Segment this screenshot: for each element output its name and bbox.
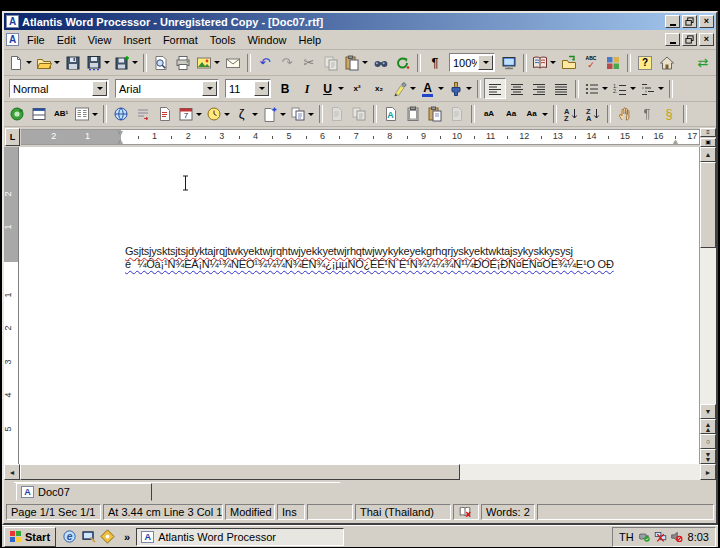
tray-language-indicator[interactable]: TH <box>619 531 634 543</box>
send-mail-button-dropdown-arrow[interactable] <box>212 52 221 73</box>
usb-tray-icon[interactable] <box>638 530 652 544</box>
restore-button[interactable] <box>682 15 697 28</box>
replace-button[interactable] <box>392 52 414 73</box>
paste-special-button[interactable] <box>424 104 446 125</box>
vertical-scroll-thumb[interactable] <box>700 162 716 248</box>
menu-tools[interactable]: Tools <box>204 32 242 48</box>
send-mail-button[interactable] <box>194 52 222 73</box>
start-button[interactable]: Start <box>4 527 56 547</box>
open-document-button[interactable] <box>34 52 62 73</box>
columns-button-dropdown-arrow[interactable] <box>90 104 99 125</box>
outline-numbering-button-dropdown-arrow[interactable] <box>656 78 665 99</box>
format-painter-button-dropdown-arrow[interactable] <box>464 78 473 99</box>
hanging-indent-marker[interactable]: ▲ <box>117 138 124 145</box>
menu-view[interactable]: View <box>82 32 118 48</box>
scroll-down-button[interactable]: ▼ <box>700 404 716 419</box>
horizontal-scroll-thumb[interactable] <box>20 464 460 480</box>
style-combo-dropdown[interactable] <box>92 81 107 96</box>
paragraph-options-button[interactable] <box>132 104 154 125</box>
insert-symbol-button[interactable]: ζ <box>232 104 260 125</box>
print-preview-button[interactable] <box>150 52 172 73</box>
menu-file[interactable]: File <box>21 32 51 48</box>
show-desktop-icon[interactable] <box>80 528 97 545</box>
bullets-button-dropdown-arrow[interactable] <box>600 78 609 99</box>
undo-button[interactable]: ↶ <box>254 52 276 73</box>
font-color-button-dropdown-arrow[interactable] <box>436 78 445 99</box>
copy-text-button[interactable]: A <box>380 104 402 125</box>
menu-insert[interactable]: Insert <box>117 32 157 48</box>
find-button[interactable] <box>370 52 392 73</box>
bullets-button[interactable] <box>582 78 610 99</box>
numbering-button-dropdown-arrow[interactable] <box>628 78 637 99</box>
align-right-button[interactable] <box>528 78 550 99</box>
outline-numbering-button[interactable] <box>638 78 666 99</box>
spelling-button[interactable]: ABC✓ <box>580 52 602 73</box>
zoom-combo-dropdown[interactable] <box>478 55 493 70</box>
minimize-button[interactable] <box>665 15 680 28</box>
footnote-button[interactable]: AB¹ <box>50 104 72 125</box>
horizontal-ruler[interactable]: 211234567891011121314151617▼▲▲ <box>21 129 700 145</box>
browse-object-button[interactable]: ○ <box>700 434 716 449</box>
next-page-button[interactable]: ▼▼ <box>700 449 716 464</box>
align-justify-button[interactable] <box>550 78 572 99</box>
ruler-option-button-2[interactable]: ▣ <box>700 138 716 147</box>
horizontal-scrollbar[interactable]: ◄ ► <box>4 464 716 480</box>
size-combo-dropdown[interactable] <box>254 81 269 96</box>
insert-object-button[interactable] <box>288 104 316 125</box>
underline-button-dropdown-arrow[interactable] <box>336 78 345 99</box>
highlight-button[interactable] <box>390 78 418 99</box>
change-case-button-dropdown-arrow[interactable] <box>540 104 549 125</box>
spellcheck-book-button[interactable] <box>530 52 558 73</box>
ie-icon[interactable]: e <box>61 528 78 545</box>
zoom-combo[interactable]: 100% <box>449 53 495 72</box>
print-button[interactable] <box>172 52 194 73</box>
font-color-button[interactable]: A <box>418 78 446 99</box>
numbering-button[interactable]: 1.2. <box>610 78 638 99</box>
format-painter-button[interactable] <box>446 78 474 99</box>
insert-object-button-dropdown-arrow[interactable] <box>306 104 315 125</box>
channels-icon[interactable] <box>99 528 116 545</box>
child-close-button[interactable]: × <box>699 33 714 46</box>
tray-clock[interactable]: 8:03 <box>688 531 709 543</box>
lowercase-button[interactable]: aA <box>478 104 500 125</box>
doc-tab[interactable]: A Doc07 <box>16 483 152 501</box>
paste-button-dropdown-arrow[interactable] <box>360 52 369 73</box>
hyperlink-button[interactable] <box>110 104 132 125</box>
superscript-button[interactable]: x² <box>346 78 368 99</box>
split-window-button[interactable] <box>28 104 50 125</box>
pan-button[interactable] <box>614 104 636 125</box>
envelope-button[interactable] <box>222 52 244 73</box>
first-line-indent-marker[interactable]: ▼ <box>117 129 124 136</box>
network-tray-icon[interactable] <box>654 530 668 544</box>
statistics-button[interactable] <box>602 52 624 73</box>
scroll-right-button[interactable]: ► <box>700 464 716 480</box>
insert-symbol-button-dropdown-arrow[interactable] <box>250 104 259 125</box>
align-center-button[interactable] <box>506 78 528 99</box>
new-document-button[interactable] <box>6 52 34 73</box>
menu-window[interactable]: Window <box>241 32 292 48</box>
spellcheck-book-button-dropdown-arrow[interactable] <box>548 52 557 73</box>
columns-button[interactable] <box>72 104 100 125</box>
insert-time-button[interactable] <box>204 104 232 125</box>
change-case-button[interactable]: Aa <box>522 104 550 125</box>
font-combo[interactable]: Arial <box>115 79 219 98</box>
sort-az-button[interactable]: AZ <box>560 104 582 125</box>
underline-button[interactable]: U <box>318 78 346 99</box>
menu-help[interactable]: Help <box>293 32 328 48</box>
help-button[interactable]: ? <box>634 52 656 73</box>
switch-window-button[interactable]: ⇄ <box>692 52 714 73</box>
formatting-marks-button[interactable]: ¶ <box>424 52 446 73</box>
save-all-button[interactable] <box>84 52 112 73</box>
subscript-button[interactable]: x₂ <box>368 78 390 99</box>
tab-stop-selector[interactable]: L <box>5 128 20 146</box>
previous-page-button[interactable]: ▲▲ <box>700 419 716 434</box>
size-combo[interactable]: 11 <box>225 79 271 98</box>
insert-date-button-dropdown-arrow[interactable] <box>194 104 203 125</box>
clipboard-tool-button[interactable] <box>402 104 424 125</box>
document-marks-button[interactable] <box>154 104 176 125</box>
section-button[interactable]: § <box>658 104 680 125</box>
paste-button[interactable] <box>342 52 370 73</box>
new-document-button-dropdown-arrow[interactable] <box>24 52 33 73</box>
home-button[interactable] <box>656 52 678 73</box>
vertical-scroll-track[interactable] <box>700 248 716 404</box>
